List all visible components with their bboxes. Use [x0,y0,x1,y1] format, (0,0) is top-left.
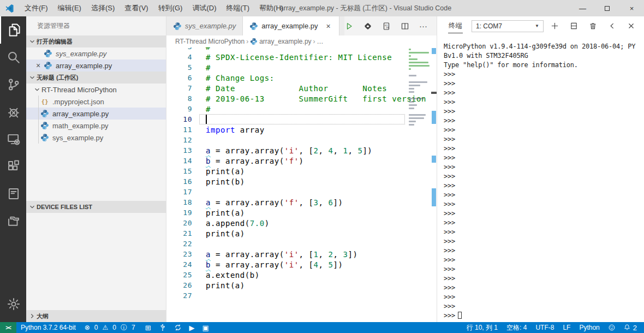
code-line[interactable]: 6# Change Logs: [166,73,407,83]
tree-file-item[interactable]: array_example.py [26,108,166,120]
tree-file-item[interactable]: math_example.py [26,120,166,132]
split-editor-button[interactable] [400,21,409,31]
indentation[interactable]: 空格: 4 [502,322,531,333]
code-editor[interactable]: 3#4# SPDX-License-Identifier: MIT Licens… [166,47,437,322]
section-device-files[interactable]: DEVICE FILES LIST [26,201,166,213]
stop-icon[interactable]: ▣ [199,322,213,333]
line-number[interactable]: 21 [166,229,192,237]
line-number[interactable]: 15 [166,167,192,175]
close-icon[interactable]: × [325,22,332,31]
language-mode[interactable]: Python [575,322,604,333]
minimize-button[interactable]: — [570,0,595,16]
line-number[interactable]: 4 [166,53,192,61]
minimap[interactable] [407,49,431,322]
python-interpreter[interactable]: Python 3.7.2 64-bit [16,322,80,333]
close-icon[interactable]: × [34,61,43,70]
split-terminal-button[interactable] [569,22,578,31]
activity-extensions[interactable] [0,153,26,180]
line-number[interactable]: 6 [166,74,192,82]
cursor-position[interactable]: 行 10, 列 1 [462,322,502,333]
code-line[interactable]: 3# [166,47,407,52]
line-number[interactable]: 11 [166,126,192,134]
menu-item[interactable]: 文件(F) [20,0,53,16]
tree-folder-rt-thread[interactable]: RT-Thread MicroPython [26,84,166,96]
line-number[interactable]: 7 [166,84,192,92]
code-line[interactable]: 8# 2019-06-13 SummerGift first version [166,93,407,104]
code-line[interactable]: 22 [166,239,407,249]
line-number[interactable]: 8 [166,94,192,103]
open-editor-item[interactable]: ×array_example.py [26,60,166,72]
breadcrumb-item[interactable]: array_example.py [250,38,311,45]
activity-settings-gear[interactable] [0,290,26,318]
terminal-select[interactable]: 1: COM7 ▼ [472,20,544,32]
line-number[interactable]: 23 [166,250,192,258]
code-line[interactable]: 23a = array.array('i', [1, 2, 3]) [166,249,407,259]
code-line[interactable]: 20a.append(7.0) [166,218,407,228]
line-number[interactable]: 14 [166,157,192,165]
activity-folder-library[interactable] [0,207,26,235]
line-number[interactable]: 3 [166,47,192,51]
code-line[interactable]: 17 [166,187,407,197]
code-line[interactable]: 11import array [166,124,407,135]
code-line[interactable]: 7# Date Author Notes [166,83,407,93]
activity-notebook[interactable] [0,180,26,207]
sync-button[interactable] [170,322,186,333]
line-number[interactable]: 26 [166,281,192,289]
code-line[interactable]: 18a = array.array('f', [3, 6]) [166,197,407,207]
section-workspace[interactable]: 无标题 (工作区) [26,72,166,84]
tree-file-item[interactable]: sys_example.py [26,132,166,144]
tab-sys_example.py[interactable]: sys_example.py [166,16,243,35]
notifications-bell-button[interactable]: 2 [619,322,641,333]
feedback-smiley-button[interactable] [604,322,619,333]
problems-status[interactable]: ⊗0 ⚠0 ⓘ7 [80,322,141,333]
chevron-left-button[interactable] [607,22,616,31]
run-file-button[interactable] [344,21,354,31]
code-line[interactable]: 5# [166,62,407,73]
boxed-plus-icon[interactable]: ⊞ [141,322,155,333]
eol[interactable]: LF [558,322,575,333]
code-line[interactable]: 25a.extend(b) [166,270,407,280]
breadcrumb-item[interactable]: RT-Thread MicroPython [175,38,245,45]
debug-badge-button[interactable] [363,21,372,31]
activity-source-control[interactable] [0,71,26,98]
usb-device-button[interactable] [155,322,170,333]
code-line[interactable]: 21print(a) [166,228,407,239]
remote-indicator[interactable]: >< [0,322,16,333]
activity-explorer[interactable] [0,16,26,44]
line-number[interactable]: 13 [166,146,192,154]
code-line[interactable]: 27 [166,290,407,301]
close-button[interactable]: × [619,0,644,16]
menu-item[interactable]: 查看(V) [120,0,153,16]
code-line[interactable]: 10 [166,114,407,124]
activity-search[interactable] [0,44,26,71]
code-line[interactable]: 24b = array.array('i', [4, 5]) [166,259,407,270]
line-number[interactable]: 10 [166,115,192,123]
maximize-button[interactable] [595,0,619,16]
menu-item[interactable]: 选择(S) [86,0,120,16]
line-number[interactable]: 25 [166,271,192,279]
tree-file-item[interactable]: {}.mpyproject.json [26,96,166,108]
breadcrumb-item[interactable]: … [317,38,324,45]
code-line[interactable]: 16print(b) [166,176,407,187]
line-number[interactable]: 12 [166,136,192,144]
line-number[interactable]: 20 [166,219,192,227]
kill-terminal-button[interactable] [588,22,597,31]
line-number[interactable]: 5 [166,63,192,72]
line-number[interactable]: 27 [166,292,192,300]
section-outline[interactable]: 大纲 [26,310,166,322]
code-line[interactable]: 9# [166,104,407,114]
play-icon[interactable]: ▶ [186,322,199,333]
menu-item[interactable]: 编辑(E) [53,0,86,16]
tab-array_example.py[interactable]: array_example.py× [243,16,339,35]
line-number[interactable]: 24 [166,260,192,269]
code-line[interactable]: 26print(a) [166,280,407,290]
open-editor-item[interactable]: sys_example.py [26,47,166,60]
line-number[interactable]: 16 [166,177,192,186]
tab-terminal[interactable]: 终端 [448,19,463,33]
line-number[interactable]: 9 [166,105,192,113]
line-number[interactable]: 17 [166,188,192,196]
close-panel-button[interactable] [627,22,635,31]
code-line[interactable]: 13a = array.array('i', [2, 4, 1, 5]) [166,145,407,156]
line-number[interactable]: 18 [166,198,192,206]
terminal-output[interactable]: MicroPython v1.9.4-114-g309fe39d on 2018… [437,35,644,322]
